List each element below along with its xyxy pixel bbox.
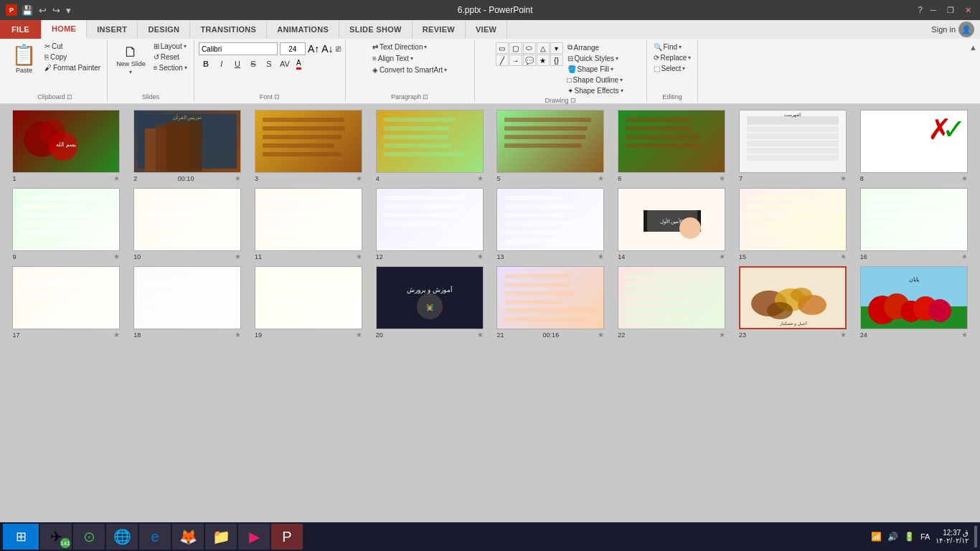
font-size-input[interactable]	[280, 42, 306, 55]
slide-thumb-13[interactable]	[496, 188, 604, 251]
minimize-button[interactable]: ─	[927, 4, 940, 17]
strikethrough-button[interactable]: S	[246, 57, 260, 70]
close-button[interactable]: ✕	[961, 4, 974, 17]
slide-thumb-4[interactable]	[376, 110, 484, 173]
paste-button[interactable]: 📋 Paste	[7, 42, 41, 75]
slide-item-7[interactable]: الفهرست 7★	[735, 110, 851, 182]
slide-thumb-21[interactable]	[496, 266, 604, 329]
font-color-button[interactable]: A	[296, 59, 301, 70]
font-name-input[interactable]	[199, 42, 278, 55]
slide-item-24[interactable]: پایان 24★	[856, 266, 971, 339]
slide-thumb-20[interactable]: آموزش و پرورش 👨‍🏫	[376, 266, 484, 329]
taskbar-media[interactable]: ▶	[238, 524, 270, 550]
slide-thumb-18[interactable]	[133, 266, 241, 329]
slide-thumb-7[interactable]: الفهرست	[739, 110, 847, 173]
slide-thumb-12[interactable]	[376, 188, 484, 251]
shape-fill-button[interactable]: 🪣 Shape Fill ▾	[565, 65, 626, 74]
convert-smartart-button[interactable]: ◈ Convert to SmartArt ▾	[370, 65, 449, 75]
slide-item-18[interactable]: 18★	[130, 266, 245, 339]
undo-qat-button[interactable]: ↩	[37, 5, 48, 16]
shadow-button[interactable]: S	[262, 57, 276, 70]
tab-review[interactable]: REVIEW	[413, 20, 466, 39]
taskbar-files[interactable]: 📁	[205, 524, 237, 550]
copy-button[interactable]: ⎘ Copy	[42, 52, 103, 62]
font-expand-icon[interactable]: ⊡	[274, 93, 280, 100]
slide-thumb-2[interactable]: تدريس القرآن	[133, 110, 241, 173]
layout-button[interactable]: ⊞ Layout ▾	[151, 42, 189, 51]
slide-item-4[interactable]: 4★	[372, 110, 487, 182]
format-painter-button[interactable]: 🖌 Format Painter	[42, 63, 103, 72]
slide-thumb-24[interactable]: پایان	[860, 266, 968, 329]
slide-thumb-11[interactable]	[255, 188, 362, 251]
increase-font-button[interactable]: A↑	[308, 43, 319, 55]
slide-item-19[interactable]: 19★	[251, 266, 367, 339]
underline-button[interactable]: U	[230, 57, 245, 70]
clipboard-expand-icon[interactable]: ⊡	[67, 93, 72, 100]
slide-thumb-16[interactable]	[860, 188, 968, 251]
section-dropdown[interactable]: ▾	[184, 65, 187, 71]
slide-item-23[interactable]: آجیل و خشکبار 23★	[735, 266, 851, 339]
slide-item-20[interactable]: آموزش و پرورش 👨‍🏫 20★	[372, 266, 487, 339]
slide-item-22[interactable]: 22★	[614, 266, 730, 339]
taskbar-browser2[interactable]: 🌐	[106, 524, 138, 550]
slide-item-8[interactable]: ✗ ✓ 8★	[856, 110, 971, 182]
tab-transitions[interactable]: TRANSITIONS	[190, 20, 267, 39]
shape-effects-button[interactable]: ✦ Shape Effects ▾	[565, 86, 626, 95]
shape-outline-button[interactable]: □ Shape Outline ▾	[565, 75, 626, 85]
reset-button[interactable]: ↺ Reset	[151, 52, 189, 62]
clear-format-button[interactable]: ⎚	[336, 44, 341, 54]
arrange-button[interactable]: ⧉ Arrange	[565, 42, 626, 52]
find-button[interactable]: 🔍 Find ▾	[651, 42, 694, 52]
shape-star[interactable]: ★	[537, 55, 550, 66]
char-spacing-button[interactable]: AV	[278, 57, 292, 70]
slide-thumb-17[interactable]	[12, 266, 120, 329]
slide-item-2[interactable]: تدريس القرآن 200:10★	[130, 110, 245, 182]
slide-thumb-5[interactable]	[496, 110, 604, 173]
taskbar-telegram[interactable]: ✈ 141	[40, 524, 72, 550]
slide-thumb-23[interactable]: آجیل و خشکبار	[739, 266, 847, 329]
save-qat-button[interactable]: 💾	[20, 5, 34, 16]
bold-button[interactable]: B	[199, 57, 213, 70]
shape-line[interactable]: ╱	[496, 55, 509, 66]
slide-item-9[interactable]: 9★	[9, 188, 124, 260]
slide-item-17[interactable]: 17★	[9, 266, 124, 339]
slide-thumb-8[interactable]: ✗ ✓	[860, 110, 968, 173]
taskbar-powerpoint[interactable]: P	[271, 524, 303, 550]
taskbar-firefox[interactable]: 🦊	[172, 524, 204, 550]
slide-item-15[interactable]: 15★	[735, 188, 851, 260]
slide-thumb-10[interactable]	[133, 188, 241, 251]
drawing-expand-icon[interactable]: ⊡	[570, 97, 576, 104]
italic-button[interactable]: I	[215, 57, 229, 70]
help-button[interactable]: ?	[918, 5, 923, 15]
shape-rounded-rect[interactable]: ▢	[509, 42, 522, 54]
slide-item-6[interactable]: 6★	[614, 110, 730, 182]
tab-home[interactable]: HOME	[42, 20, 87, 39]
tab-file[interactable]: FILE	[0, 20, 42, 39]
align-text-button[interactable]: ≡ Align Text ▾	[370, 54, 415, 63]
restore-button[interactable]: ❐	[944, 4, 957, 17]
tab-insert[interactable]: INSERT	[87, 20, 138, 39]
layout-dropdown[interactable]: ▾	[184, 43, 187, 50]
replace-button[interactable]: ⟳ Replace ▾	[651, 53, 694, 62]
shape-triangle[interactable]: △	[537, 42, 550, 54]
section-button[interactable]: ≡ Section ▾	[151, 63, 189, 72]
collapse-ribbon-button[interactable]: ▲	[969, 43, 977, 52]
new-slide-dropdown[interactable]: ▾	[129, 69, 132, 75]
slide-thumb-22[interactable]	[618, 266, 725, 329]
slide-item-12[interactable]: 12★	[372, 188, 487, 260]
taskbar-ie[interactable]: e	[139, 524, 171, 550]
slide-item-1[interactable]: بسم الله 1★	[9, 110, 124, 182]
paragraph-expand-icon[interactable]: ⊡	[423, 93, 428, 100]
shape-oval[interactable]: ⬭	[523, 42, 536, 54]
customize-qat-button[interactable]: ▾	[65, 5, 72, 16]
shape-bracket[interactable]: {}	[550, 55, 563, 66]
select-button[interactable]: ⬚ Select ▾	[651, 64, 694, 73]
slide-item-21[interactable]: 2100:16★	[493, 266, 608, 339]
shape-arrow[interactable]: →	[509, 55, 522, 66]
tab-design[interactable]: DESIGN	[138, 20, 190, 39]
shape-more[interactable]: ▾	[550, 42, 563, 54]
tab-slideshow[interactable]: SLIDE SHOW	[339, 20, 413, 39]
start-button[interactable]: ⊞	[3, 524, 39, 550]
slide-thumb-9[interactable]	[12, 188, 120, 251]
slide-item-14[interactable]: الأمين الأول 14★	[614, 188, 730, 260]
